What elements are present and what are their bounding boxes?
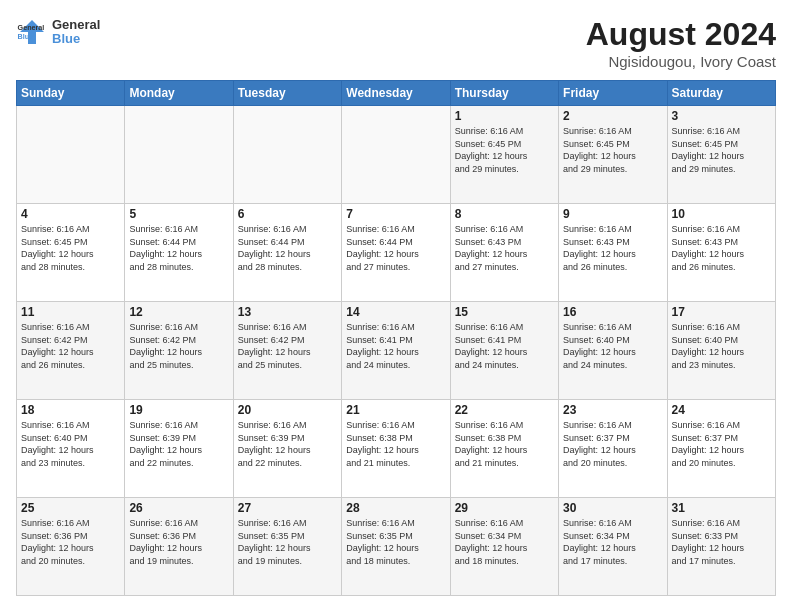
calendar-cell xyxy=(125,106,233,204)
day-number: 4 xyxy=(21,207,120,221)
calendar-cell xyxy=(233,106,341,204)
calendar-week-2: 4Sunrise: 6:16 AM Sunset: 6:45 PM Daylig… xyxy=(17,204,776,302)
day-info: Sunrise: 6:16 AM Sunset: 6:43 PM Dayligh… xyxy=(563,223,662,273)
day-info: Sunrise: 6:16 AM Sunset: 6:42 PM Dayligh… xyxy=(238,321,337,371)
day-info: Sunrise: 6:16 AM Sunset: 6:45 PM Dayligh… xyxy=(455,125,554,175)
calendar-cell: 24Sunrise: 6:16 AM Sunset: 6:37 PM Dayli… xyxy=(667,400,775,498)
day-header-wednesday: Wednesday xyxy=(342,81,450,106)
calendar-header-row: SundayMondayTuesdayWednesdayThursdayFrid… xyxy=(17,81,776,106)
day-info: Sunrise: 6:16 AM Sunset: 6:38 PM Dayligh… xyxy=(455,419,554,469)
day-number: 31 xyxy=(672,501,771,515)
day-info: Sunrise: 6:16 AM Sunset: 6:37 PM Dayligh… xyxy=(563,419,662,469)
day-number: 8 xyxy=(455,207,554,221)
calendar-cell: 18Sunrise: 6:16 AM Sunset: 6:40 PM Dayli… xyxy=(17,400,125,498)
day-number: 15 xyxy=(455,305,554,319)
day-info: Sunrise: 6:16 AM Sunset: 6:35 PM Dayligh… xyxy=(346,517,445,567)
day-number: 25 xyxy=(21,501,120,515)
day-number: 9 xyxy=(563,207,662,221)
day-info: Sunrise: 6:16 AM Sunset: 6:36 PM Dayligh… xyxy=(129,517,228,567)
day-header-monday: Monday xyxy=(125,81,233,106)
day-info: Sunrise: 6:16 AM Sunset: 6:43 PM Dayligh… xyxy=(455,223,554,273)
day-number: 21 xyxy=(346,403,445,417)
day-info: Sunrise: 6:16 AM Sunset: 6:40 PM Dayligh… xyxy=(21,419,120,469)
day-number: 28 xyxy=(346,501,445,515)
calendar-week-5: 25Sunrise: 6:16 AM Sunset: 6:36 PM Dayli… xyxy=(17,498,776,596)
calendar-cell: 29Sunrise: 6:16 AM Sunset: 6:34 PM Dayli… xyxy=(450,498,558,596)
day-info: Sunrise: 6:16 AM Sunset: 6:35 PM Dayligh… xyxy=(238,517,337,567)
day-number: 24 xyxy=(672,403,771,417)
day-header-saturday: Saturday xyxy=(667,81,775,106)
header: General Blue General Blue August 2024 Ng… xyxy=(16,16,776,70)
calendar-cell: 9Sunrise: 6:16 AM Sunset: 6:43 PM Daylig… xyxy=(559,204,667,302)
calendar-cell: 20Sunrise: 6:16 AM Sunset: 6:39 PM Dayli… xyxy=(233,400,341,498)
svg-text:Blue: Blue xyxy=(18,32,34,41)
calendar-cell: 31Sunrise: 6:16 AM Sunset: 6:33 PM Dayli… xyxy=(667,498,775,596)
calendar-cell: 11Sunrise: 6:16 AM Sunset: 6:42 PM Dayli… xyxy=(17,302,125,400)
day-info: Sunrise: 6:16 AM Sunset: 6:44 PM Dayligh… xyxy=(129,223,228,273)
day-info: Sunrise: 6:16 AM Sunset: 6:36 PM Dayligh… xyxy=(21,517,120,567)
calendar-cell: 16Sunrise: 6:16 AM Sunset: 6:40 PM Dayli… xyxy=(559,302,667,400)
calendar-cell: 22Sunrise: 6:16 AM Sunset: 6:38 PM Dayli… xyxy=(450,400,558,498)
day-info: Sunrise: 6:16 AM Sunset: 6:34 PM Dayligh… xyxy=(563,517,662,567)
day-number: 11 xyxy=(21,305,120,319)
calendar-cell: 1Sunrise: 6:16 AM Sunset: 6:45 PM Daylig… xyxy=(450,106,558,204)
calendar-cell: 10Sunrise: 6:16 AM Sunset: 6:43 PM Dayli… xyxy=(667,204,775,302)
day-info: Sunrise: 6:16 AM Sunset: 6:45 PM Dayligh… xyxy=(672,125,771,175)
calendar-cell: 25Sunrise: 6:16 AM Sunset: 6:36 PM Dayli… xyxy=(17,498,125,596)
day-number: 3 xyxy=(672,109,771,123)
calendar-cell: 27Sunrise: 6:16 AM Sunset: 6:35 PM Dayli… xyxy=(233,498,341,596)
calendar-title: August 2024 xyxy=(586,16,776,53)
day-header-tuesday: Tuesday xyxy=(233,81,341,106)
day-info: Sunrise: 6:16 AM Sunset: 6:39 PM Dayligh… xyxy=(238,419,337,469)
calendar-cell: 17Sunrise: 6:16 AM Sunset: 6:40 PM Dayli… xyxy=(667,302,775,400)
logo-line2: Blue xyxy=(52,32,100,46)
day-info: Sunrise: 6:16 AM Sunset: 6:44 PM Dayligh… xyxy=(346,223,445,273)
calendar-cell: 21Sunrise: 6:16 AM Sunset: 6:38 PM Dayli… xyxy=(342,400,450,498)
day-number: 5 xyxy=(129,207,228,221)
logo-text: General Blue xyxy=(52,18,100,47)
day-number: 23 xyxy=(563,403,662,417)
day-number: 22 xyxy=(455,403,554,417)
calendar-cell: 23Sunrise: 6:16 AM Sunset: 6:37 PM Dayli… xyxy=(559,400,667,498)
day-info: Sunrise: 6:16 AM Sunset: 6:44 PM Dayligh… xyxy=(238,223,337,273)
calendar-cell xyxy=(17,106,125,204)
calendar-cell: 19Sunrise: 6:16 AM Sunset: 6:39 PM Dayli… xyxy=(125,400,233,498)
calendar-cell: 13Sunrise: 6:16 AM Sunset: 6:42 PM Dayli… xyxy=(233,302,341,400)
day-number: 20 xyxy=(238,403,337,417)
calendar-subtitle: Ngisidougou, Ivory Coast xyxy=(586,53,776,70)
day-info: Sunrise: 6:16 AM Sunset: 6:45 PM Dayligh… xyxy=(21,223,120,273)
calendar-cell xyxy=(342,106,450,204)
calendar-cell: 28Sunrise: 6:16 AM Sunset: 6:35 PM Dayli… xyxy=(342,498,450,596)
logo-icon: General Blue xyxy=(16,16,48,48)
calendar-week-1: 1Sunrise: 6:16 AM Sunset: 6:45 PM Daylig… xyxy=(17,106,776,204)
day-number: 2 xyxy=(563,109,662,123)
day-number: 27 xyxy=(238,501,337,515)
day-header-thursday: Thursday xyxy=(450,81,558,106)
day-number: 29 xyxy=(455,501,554,515)
day-info: Sunrise: 6:16 AM Sunset: 6:34 PM Dayligh… xyxy=(455,517,554,567)
day-info: Sunrise: 6:16 AM Sunset: 6:40 PM Dayligh… xyxy=(672,321,771,371)
calendar-cell: 3Sunrise: 6:16 AM Sunset: 6:45 PM Daylig… xyxy=(667,106,775,204)
page: General Blue General Blue August 2024 Ng… xyxy=(0,0,792,612)
calendar-cell: 5Sunrise: 6:16 AM Sunset: 6:44 PM Daylig… xyxy=(125,204,233,302)
day-number: 17 xyxy=(672,305,771,319)
logo-line1: General xyxy=(52,18,100,32)
day-number: 18 xyxy=(21,403,120,417)
calendar-cell: 30Sunrise: 6:16 AM Sunset: 6:34 PM Dayli… xyxy=(559,498,667,596)
calendar-cell: 4Sunrise: 6:16 AM Sunset: 6:45 PM Daylig… xyxy=(17,204,125,302)
calendar-cell: 14Sunrise: 6:16 AM Sunset: 6:41 PM Dayli… xyxy=(342,302,450,400)
day-number: 19 xyxy=(129,403,228,417)
day-number: 26 xyxy=(129,501,228,515)
day-info: Sunrise: 6:16 AM Sunset: 6:33 PM Dayligh… xyxy=(672,517,771,567)
day-number: 14 xyxy=(346,305,445,319)
calendar-week-4: 18Sunrise: 6:16 AM Sunset: 6:40 PM Dayli… xyxy=(17,400,776,498)
day-info: Sunrise: 6:16 AM Sunset: 6:37 PM Dayligh… xyxy=(672,419,771,469)
calendar-cell: 6Sunrise: 6:16 AM Sunset: 6:44 PM Daylig… xyxy=(233,204,341,302)
day-header-friday: Friday xyxy=(559,81,667,106)
day-info: Sunrise: 6:16 AM Sunset: 6:40 PM Dayligh… xyxy=(563,321,662,371)
day-info: Sunrise: 6:16 AM Sunset: 6:41 PM Dayligh… xyxy=(346,321,445,371)
day-info: Sunrise: 6:16 AM Sunset: 6:41 PM Dayligh… xyxy=(455,321,554,371)
day-number: 13 xyxy=(238,305,337,319)
day-number: 16 xyxy=(563,305,662,319)
day-info: Sunrise: 6:16 AM Sunset: 6:42 PM Dayligh… xyxy=(21,321,120,371)
